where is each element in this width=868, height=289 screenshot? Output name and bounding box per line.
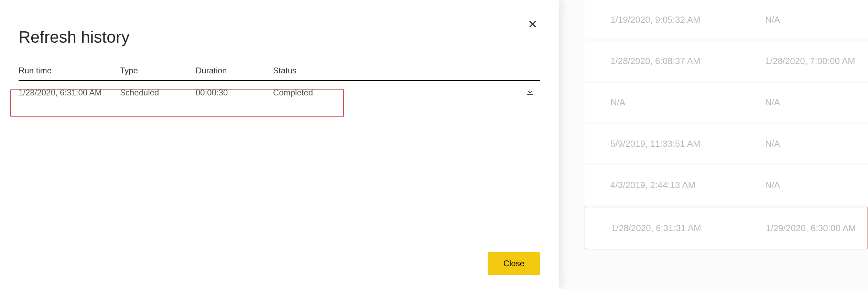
background-row: 1/28/2020, 6:31:31 AM1/29/2020, 6:30:00 … bbox=[585, 207, 868, 249]
bg-row-col1: 1/28/2020, 6:31:31 AM bbox=[611, 223, 766, 234]
close-button[interactable]: Close bbox=[488, 252, 540, 275]
refresh-history-dialog: Refresh history Run time Type Duration S… bbox=[0, 0, 559, 289]
cell-status: Completed bbox=[273, 88, 520, 97]
table-header: Run time Type Duration Status bbox=[19, 66, 540, 81]
close-icon bbox=[528, 20, 537, 29]
download-icon bbox=[526, 88, 534, 96]
bg-row-col2: N/A bbox=[765, 180, 868, 190]
bg-row-col2: 1/29/2020, 6:30:00 AM bbox=[766, 223, 867, 234]
cell-type: Scheduled bbox=[120, 88, 196, 97]
background-row: 1/28/2020, 6:08:37 AM1/28/2020, 7:00:00 … bbox=[585, 41, 868, 83]
background-row: 5/9/2019, 11:33:51 AMN/A bbox=[585, 124, 868, 165]
bg-row-col1: 4/3/2019, 2:44:13 AM bbox=[610, 180, 765, 190]
dialog-title: Refresh history bbox=[19, 28, 540, 47]
cell-duration: 00:00:30 bbox=[196, 88, 273, 97]
table-row: 1/28/2020, 6:31:00 AMScheduled00:00:30Co… bbox=[19, 81, 540, 104]
cell-runtime: 1/28/2020, 6:31:00 AM bbox=[19, 88, 120, 97]
background-row: 4/3/2019, 2:44:13 AMN/A bbox=[585, 165, 868, 207]
dialog-close-button[interactable] bbox=[526, 17, 540, 31]
col-header-type: Type bbox=[120, 66, 196, 75]
col-header-runtime: Run time bbox=[19, 66, 120, 75]
bg-row-col2: N/A bbox=[765, 14, 868, 25]
refresh-history-table: Run time Type Duration Status 1/28/2020,… bbox=[19, 66, 540, 104]
bg-row-col1: N/A bbox=[610, 97, 765, 108]
bg-row-col1: 1/19/2020, 9:05:32 AM bbox=[610, 14, 765, 25]
bg-row-col1: 5/9/2019, 11:33:51 AM bbox=[610, 138, 765, 149]
background-row: 1/19/2020, 9:05:32 AMN/A bbox=[585, 0, 868, 41]
download-button[interactable] bbox=[524, 86, 536, 99]
col-header-status: Status bbox=[273, 66, 520, 75]
background-row: N/AN/A bbox=[585, 83, 868, 124]
dialog-footer: Close bbox=[19, 252, 540, 275]
bg-row-col2: N/A bbox=[765, 138, 868, 149]
bg-row-col2: N/A bbox=[765, 97, 868, 108]
bg-row-col2: 1/28/2020, 7:00:00 AM bbox=[765, 56, 868, 66]
col-header-duration: Duration bbox=[196, 66, 273, 75]
bg-row-col1: 1/28/2020, 6:08:37 AM bbox=[610, 56, 765, 66]
